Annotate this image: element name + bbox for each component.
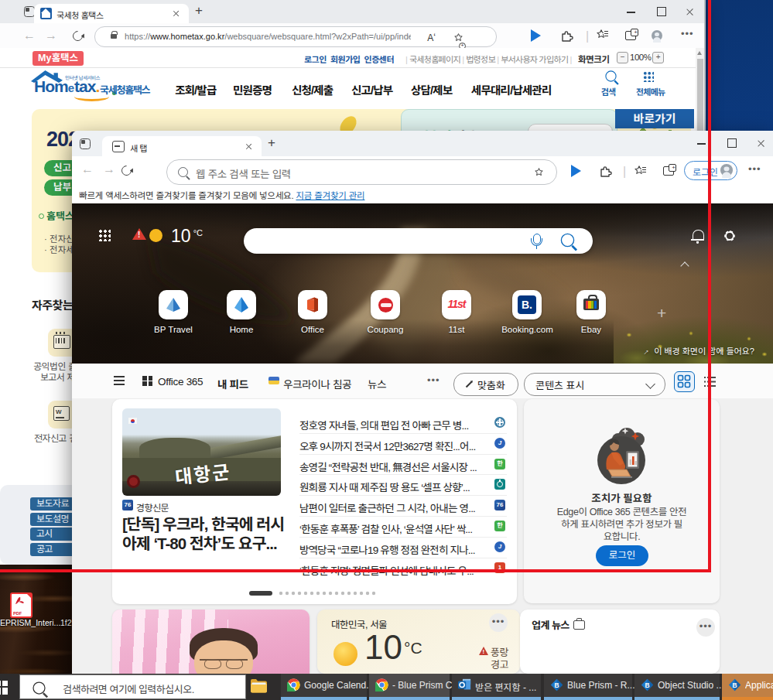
svg-text:B: B	[554, 681, 559, 689]
svg-text:B: B	[645, 681, 649, 689]
svg-text:B: B	[732, 681, 737, 689]
